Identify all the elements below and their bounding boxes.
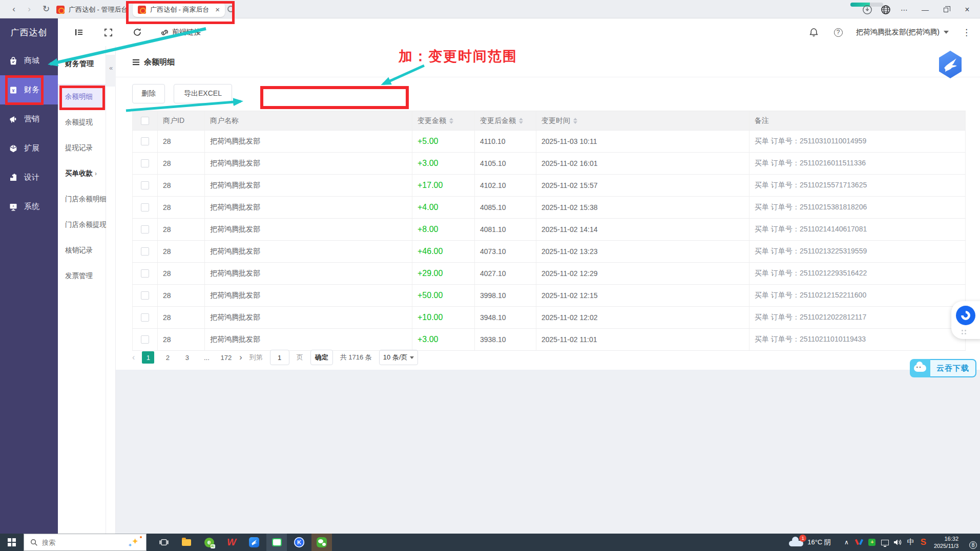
fullscreen-icon[interactable] xyxy=(101,26,115,39)
frontend-link[interactable]: 前端链接 xyxy=(160,28,201,37)
browser-tab-inactive[interactable]: 广西达创 - 管理后台 xyxy=(51,2,133,17)
wps-icon[interactable]: W xyxy=(221,534,242,551)
cell-change-amount: +17.00 xyxy=(412,175,475,196)
row-checkbox[interactable] xyxy=(141,159,149,167)
prev-page-icon[interactable]: ‹ xyxy=(132,353,135,362)
table-row: 28 把荷鸿腾批发部 +8.00 4081.10 2025-11-02 14:1… xyxy=(132,219,966,241)
weather-cloud-icon[interactable]: 1 xyxy=(789,538,804,546)
page-number-current[interactable]: 1 xyxy=(142,351,154,364)
sogou-icon[interactable]: S xyxy=(917,534,930,551)
volume-icon[interactable] xyxy=(891,534,904,551)
k-app-icon[interactable]: K xyxy=(289,534,309,551)
refresh-icon[interactable] xyxy=(131,26,144,39)
col-balance-after[interactable]: 变更后金额 xyxy=(475,111,536,130)
row-checkbox[interactable] xyxy=(141,225,149,234)
row-checkbox[interactable] xyxy=(141,269,149,278)
submenu-item-withdraw-record[interactable]: 提现记录 xyxy=(58,135,106,161)
cell-merchant-name: 把荷鸿腾批发部 xyxy=(205,153,412,174)
clock[interactable]: 16:32 2025/11/3 xyxy=(934,535,958,549)
sidebar-item-mall[interactable]: 商城 xyxy=(0,46,58,75)
sort-icon[interactable] xyxy=(573,118,577,124)
browser-back-icon[interactable]: ‹ xyxy=(8,3,20,15)
sidebar-item-design[interactable]: 设计 xyxy=(0,163,58,192)
file-explorer-icon[interactable] xyxy=(176,534,197,551)
submenu-item-invoice[interactable]: 发票管理 xyxy=(58,263,106,289)
row-checkbox[interactable] xyxy=(141,335,149,344)
annotation-box-tab xyxy=(126,1,235,24)
sort-icon[interactable] xyxy=(519,118,523,124)
submenu-item-verification-record[interactable]: 核销记录 xyxy=(58,238,106,263)
export-excel-button[interactable]: 导出EXCEL xyxy=(174,84,232,103)
tray-v-icon[interactable] xyxy=(853,534,866,551)
megaphone-icon xyxy=(9,115,18,124)
monitor-icon: + xyxy=(9,202,18,211)
search-input[interactable] xyxy=(42,539,109,546)
page-number[interactable]: 2 xyxy=(161,351,174,364)
col-change-time[interactable]: 变更时间 xyxy=(536,111,749,130)
tray-green-icon[interactable]: + xyxy=(866,534,879,551)
tab-title: 广西达创 - 管理后台 xyxy=(69,5,128,14)
close-icon[interactable]: × xyxy=(961,4,974,15)
collapse-sidebar-button[interactable]: « xyxy=(106,55,116,87)
caret-right-icon: › xyxy=(95,170,97,177)
user-menu[interactable]: 把荷鸿腾批发部(把荷鸿腾) xyxy=(856,28,949,37)
submenu-item-store-balance-detail[interactable]: 门店余额明细 xyxy=(58,186,106,212)
submenu-item-balance-withdraw[interactable]: 余额提现 xyxy=(58,110,106,135)
annotation-box-time-filter xyxy=(260,86,409,109)
cloud-download-widget[interactable]: 云吞下载 xyxy=(910,359,976,377)
select-all-checkbox[interactable] xyxy=(141,117,149,125)
xunlei-taskbar-icon[interactable] xyxy=(244,534,264,551)
row-checkbox[interactable] xyxy=(141,247,149,256)
cell-remark: 买单 订单号：25110212293516422 xyxy=(749,263,966,284)
taskbar-search[interactable]: ✦✦ xyxy=(24,534,147,551)
sidebar-item-system[interactable]: + 系统 xyxy=(0,192,58,221)
start-button[interactable] xyxy=(0,534,24,551)
network-icon[interactable] xyxy=(879,534,891,551)
header-kebab-icon[interactable]: ⋮ xyxy=(962,27,971,38)
sort-icon[interactable] xyxy=(449,118,453,124)
row-checkbox[interactable] xyxy=(141,313,149,322)
page-number[interactable]: 3 xyxy=(181,351,193,364)
row-checkbox[interactable] xyxy=(141,291,149,300)
row-checkbox[interactable] xyxy=(141,137,149,145)
row-checkbox[interactable] xyxy=(141,181,149,189)
confirm-page-button[interactable]: 确定 xyxy=(310,350,333,365)
browser-reload-icon[interactable]: ↻ xyxy=(40,3,52,15)
menu-fold-icon[interactable] xyxy=(72,26,86,39)
page-number-last[interactable]: 172 xyxy=(220,351,232,364)
help-icon[interactable]: ? xyxy=(834,28,843,37)
browser-360-icon[interactable]: eAi xyxy=(199,534,219,551)
delete-button[interactable]: 删除 xyxy=(132,84,165,103)
submenu-item-pay-order[interactable]: 买单收款› xyxy=(58,161,106,186)
col-change-amount[interactable]: 变更金额 xyxy=(412,111,475,130)
copilot-sparkle-icon[interactable]: ✦✦ xyxy=(132,536,139,547)
browser-menu-icon[interactable]: ⋯ xyxy=(898,4,911,15)
restore-icon[interactable] xyxy=(939,4,952,15)
minimize-icon[interactable]: — xyxy=(919,4,932,15)
wechat-icon[interactable] xyxy=(311,534,332,551)
download-icon[interactable] xyxy=(861,4,874,15)
task-view-icon[interactable] xyxy=(154,534,174,551)
weather-label[interactable]: 16°C 阴 xyxy=(807,538,831,547)
notification-bell-icon[interactable] xyxy=(807,26,821,39)
submenu-item-store-balance-withdraw[interactable]: 门店余额提现 xyxy=(58,212,106,238)
browser-side-button[interactable] xyxy=(951,301,980,339)
sidebar-item-label: 营销 xyxy=(24,114,39,124)
notification-center-icon[interactable]: 8 xyxy=(964,538,975,547)
browser-forward-icon[interactable]: › xyxy=(23,3,35,15)
ime-indicator[interactable]: 中 xyxy=(904,534,917,551)
copilot-icon[interactable] xyxy=(956,306,975,325)
page-size-select[interactable]: 10 条/页 xyxy=(379,350,418,365)
cell-merchant-name: 把荷鸿腾批发部 xyxy=(205,329,412,350)
globe-icon[interactable] xyxy=(879,4,892,15)
goto-page-input[interactable] xyxy=(270,350,289,365)
cell-change-time: 2025-11-03 10:11 xyxy=(536,131,749,152)
drag-handle-icon[interactable] xyxy=(962,330,966,334)
chat-app-icon[interactable] xyxy=(266,534,287,551)
cell-remark: 买单 订单号：25110215571713625 xyxy=(749,175,966,196)
next-page-icon[interactable]: › xyxy=(239,353,242,362)
row-checkbox[interactable] xyxy=(141,203,149,211)
sidebar-item-marketing[interactable]: 营销 xyxy=(0,104,58,134)
sidebar-item-extensions[interactable]: 扩展 xyxy=(0,134,58,163)
hidden-icons-chevron[interactable]: ∧ xyxy=(840,534,853,551)
